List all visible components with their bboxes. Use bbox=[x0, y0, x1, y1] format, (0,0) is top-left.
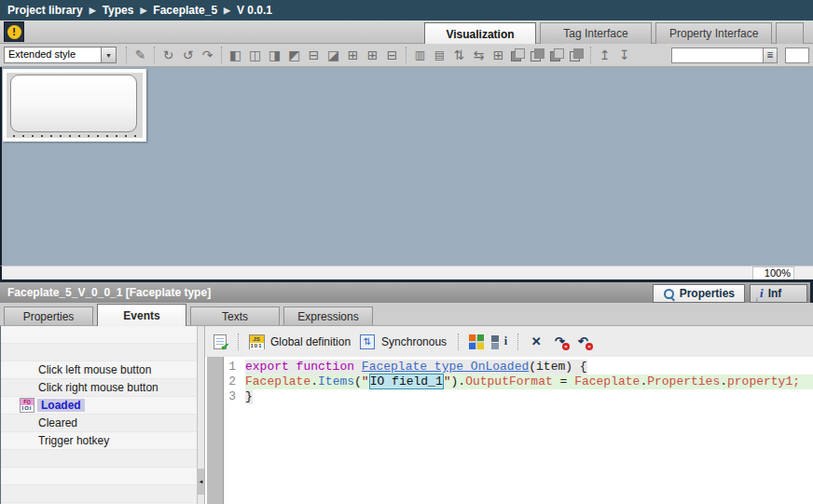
insert-reference-icon[interactable] bbox=[490, 333, 509, 351]
subtab-texts[interactable]: Texts bbox=[190, 306, 280, 325]
overlap-squares-icon bbox=[570, 48, 584, 61]
toolbar-separator bbox=[154, 47, 155, 63]
event-row-spacer bbox=[1, 485, 197, 503]
distribute-horizontal-icon[interactable]: ⇆ bbox=[469, 46, 489, 64]
breadcrumb-types[interactable]: Types bbox=[103, 4, 134, 17]
red-x-badge-icon: × bbox=[586, 343, 593, 350]
canvas-status-strip: 100% bbox=[0, 266, 813, 279]
code-line-3: 3 } bbox=[225, 389, 813, 404]
inspector-title: Faceplate_5_V_0_0_1 [Faceplate type] bbox=[7, 286, 211, 299]
bring-to-front-icon[interactable] bbox=[547, 46, 567, 64]
sync-arrows-icon: ⇅ bbox=[360, 334, 375, 349]
event-row-spacer bbox=[1, 468, 197, 485]
toolbar-separator bbox=[126, 47, 127, 63]
event-label: Click left mouse button bbox=[38, 363, 151, 376]
align-bottom-icon[interactable]: ◪ bbox=[324, 46, 343, 64]
code-line-1: 1 export function Faceplate_type_OnLoade… bbox=[225, 360, 813, 375]
send-to-back-icon[interactable] bbox=[567, 46, 586, 64]
breadcrumb-faceplate[interactable]: Faceplate_5 bbox=[153, 4, 217, 17]
redo-discard-icon[interactable]: ↷ × bbox=[550, 333, 569, 351]
io-field-preview[interactable] bbox=[10, 75, 137, 132]
info-icon: i bbox=[760, 286, 764, 301]
inspector-sub-tabs: Properties Events Texts Expressions bbox=[0, 303, 813, 326]
breadcrumb-separator-icon: ▶ bbox=[224, 6, 230, 15]
event-row-spacer bbox=[1, 326, 197, 344]
zoom-level[interactable]: 100% bbox=[752, 266, 794, 280]
move-layer-down-icon[interactable]: ↧ bbox=[614, 46, 634, 64]
overlap-squares-icon bbox=[550, 48, 564, 61]
tab-tag-interface[interactable]: Tag Interface bbox=[540, 22, 652, 44]
align-middle-icon[interactable]: ⊟ bbox=[304, 46, 324, 64]
layer-filter-input[interactable] bbox=[671, 48, 763, 63]
center-vertical-icon[interactable]: ⊞ bbox=[363, 46, 382, 64]
faceplate-work-area[interactable] bbox=[3, 69, 146, 142]
list-button-icon[interactable]: ≣ bbox=[763, 48, 778, 63]
style-select[interactable]: Extended style ▼ bbox=[4, 47, 117, 63]
distribute-vertical-icon[interactable]: ⇅ bbox=[449, 46, 469, 64]
event-row-click-right[interactable]: Click right mouse button bbox=[1, 379, 197, 397]
layer-filter-input-group: ≣ bbox=[671, 48, 778, 63]
same-size-icon[interactable]: ⊞ bbox=[489, 46, 508, 64]
warning-icon: ! bbox=[7, 25, 21, 39]
event-list: Click left mouse button Click right mous… bbox=[1, 326, 197, 504]
rotate-free-icon[interactable]: ↷ bbox=[198, 46, 217, 64]
same-width-icon[interactable]: ▥ bbox=[410, 46, 430, 64]
event-row-loaded[interactable]: F() IOI Loaded bbox=[1, 397, 197, 415]
inspector-tab-properties[interactable]: Properties bbox=[653, 284, 745, 303]
toolbar-edge-input[interactable] bbox=[785, 48, 809, 63]
global-definition-icon[interactable]: JS 101 bbox=[247, 333, 266, 351]
pane-splitter[interactable]: ◂ bbox=[197, 326, 205, 504]
move-layer-up-icon[interactable]: ↥ bbox=[595, 46, 614, 64]
align-center-icon[interactable]: ◫ bbox=[245, 46, 265, 64]
faceplate-editor-window: Project library ▶ Types ▶ Faceplate_5 ▶ … bbox=[0, 0, 813, 504]
validate-script-icon[interactable] bbox=[211, 333, 229, 351]
event-row-trigger-hotkey[interactable]: Trigger hotkey bbox=[1, 432, 197, 450]
rotate-right-icon[interactable]: ↻ bbox=[158, 46, 178, 64]
warning-indicator[interactable]: ! bbox=[4, 21, 24, 42]
same-height-icon[interactable]: ▤ bbox=[430, 46, 449, 64]
chevron-down-icon[interactable]: ▼ bbox=[101, 47, 117, 63]
synchronous-icon[interactable]: ⇅ bbox=[358, 333, 377, 351]
fit-size-icon[interactable]: ⊟ bbox=[382, 46, 402, 64]
subtab-events[interactable]: Events bbox=[97, 304, 186, 326]
format-brush-icon[interactable]: ✎ bbox=[131, 46, 150, 64]
events-pane: Click left mouse button Click right mous… bbox=[0, 326, 813, 504]
splitter-collapse-handle[interactable]: ◂ bbox=[198, 469, 204, 495]
event-label: Cleared bbox=[38, 416, 77, 429]
align-left-icon[interactable]: ◧ bbox=[226, 46, 245, 64]
script-code-editor[interactable]: 1 export function Faceplate_type_OnLoade… bbox=[205, 357, 813, 504]
align-right-icon[interactable]: ◨ bbox=[265, 46, 284, 64]
event-row-click-left[interactable]: Click left mouse button bbox=[1, 361, 197, 379]
center-horizontal-icon[interactable]: ⊞ bbox=[343, 46, 363, 64]
snippets-icon[interactable] bbox=[467, 333, 486, 351]
faceplate-canvas[interactable] bbox=[0, 67, 813, 266]
event-row-spacer bbox=[1, 450, 197, 468]
tab-visualization[interactable]: Visualization bbox=[424, 22, 536, 45]
toolbar-separator bbox=[406, 47, 406, 63]
send-backward-icon[interactable] bbox=[528, 46, 547, 64]
subtab-expressions[interactable]: Expressions bbox=[283, 306, 373, 325]
global-definition-label[interactable]: Global definition bbox=[270, 335, 351, 348]
breadcrumb-version[interactable]: V 0.0.1 bbox=[237, 4, 272, 17]
inspector-tab-info[interactable]: i Inf bbox=[750, 284, 807, 303]
event-label-selected: Loaded bbox=[37, 399, 85, 412]
selected-token[interactable]: IO field_1 bbox=[369, 374, 444, 389]
event-label: Trigger hotkey bbox=[38, 434, 109, 447]
toolbar-separator bbox=[221, 47, 222, 63]
script-function-icon: F() IOI bbox=[20, 398, 34, 413]
tab-partial[interactable] bbox=[776, 22, 804, 44]
tab-property-interface[interactable]: Property Interface bbox=[655, 22, 772, 44]
bring-forward-icon[interactable] bbox=[508, 46, 528, 64]
rotate-left-icon[interactable]: ↺ bbox=[178, 46, 198, 64]
subtab-properties[interactable]: Properties bbox=[4, 306, 93, 325]
script-toolbar: JS 101 Global definition ⇅ Synchronous ✕… bbox=[205, 326, 813, 357]
inspector-tab-info-label: Inf bbox=[768, 287, 782, 300]
event-row-cleared[interactable]: Cleared bbox=[1, 415, 197, 432]
breadcrumb-project-library[interactable]: Project library bbox=[7, 4, 83, 17]
style-select-value: Extended style bbox=[4, 47, 101, 63]
align-top-icon[interactable]: ◩ bbox=[284, 46, 304, 64]
synchronous-label[interactable]: Synchronous bbox=[381, 335, 447, 348]
delete-icon[interactable]: ✕ bbox=[527, 333, 545, 351]
undo-discard-icon[interactable]: ↶ × bbox=[573, 333, 592, 351]
toolbar-separator bbox=[458, 334, 459, 350]
